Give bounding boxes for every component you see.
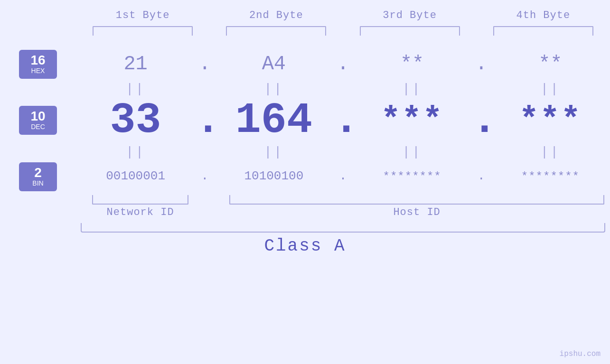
dec-badge: 10 DEC (19, 106, 57, 135)
equals-4: || (491, 82, 610, 96)
hex-base-num: 16 (21, 54, 55, 67)
host-id-label: Host ID (224, 206, 610, 218)
dec-val-2: 164 (235, 96, 312, 145)
host-bracket-cell (224, 195, 610, 205)
hex-row: 16 HEX 21 . A4 . ** . ** (0, 50, 610, 79)
bracket-cell-3 (343, 26, 477, 36)
bin-val-4-cell: ******** (491, 169, 610, 184)
network-id-label: Network ID (76, 206, 205, 218)
bin-row: 2 BIN 00100001 . 10100100 . ******** . *… (0, 162, 610, 191)
bracket-top-1 (93, 26, 193, 36)
id-dot-spacer (205, 206, 224, 218)
hex-val-1: 21 (123, 53, 147, 75)
watermark: ipshu.com (560, 350, 601, 358)
network-bracket (92, 195, 188, 205)
hex-badge-area: 16 HEX (0, 50, 76, 79)
hex-val-3-cell: ** (353, 52, 472, 76)
byte1-header: 1st Byte (76, 9, 209, 21)
id-labels-row: Network ID Host ID (0, 206, 610, 218)
main-container: 1st Byte 2nd Byte 3rd Byte 4th Byte 16 H… (0, 0, 610, 364)
bin-val-3-cell: ******** (353, 169, 472, 184)
bottom-brackets-row (0, 195, 610, 205)
dec-val-4-cell: *** (491, 104, 610, 137)
bin-val-4: ******** (521, 170, 580, 183)
hex-val-2: A4 (262, 53, 286, 75)
hex-val-1-cell: 21 (76, 52, 195, 76)
hex-dot-2: . (334, 52, 353, 76)
equals-2: || (214, 82, 333, 96)
equals-1: || (76, 82, 195, 96)
hex-val-2-cell: A4 (214, 52, 333, 76)
bin-val-3: ******** (383, 170, 441, 183)
big-bracket (81, 223, 605, 233)
byte4-header: 4th Byte (477, 9, 610, 21)
bin-badge: 2 BIN (19, 162, 57, 191)
byte-headers: 1st Byte 2nd Byte 3rd Byte 4th Byte (0, 9, 610, 21)
host-bracket (229, 195, 604, 205)
bin-val-2: 10100100 (244, 169, 303, 183)
dec-base-num: 10 (21, 110, 55, 123)
dec-dot-2: . (334, 99, 353, 142)
hex-badge: 16 HEX (19, 50, 57, 79)
network-bracket-cell (76, 195, 205, 205)
equals-3: || (353, 82, 472, 96)
bin-dot-3: . (472, 168, 491, 185)
hex-base-label: HEX (21, 67, 55, 75)
equals2-1: || (76, 145, 195, 159)
bracket-top-3 (360, 26, 460, 36)
bin-val-1-cell: 00100001 (76, 168, 195, 185)
dec-val-1: 33 (110, 96, 161, 145)
bracket-top-2 (226, 26, 326, 36)
bin-base-label: BIN (21, 179, 55, 187)
big-bracket-row (0, 223, 610, 233)
bracket-cell-1 (76, 26, 209, 36)
top-brackets (0, 26, 610, 36)
bracket-dot-spacer-1 (205, 195, 224, 205)
dec-val-1-cell: 33 (76, 99, 195, 142)
bin-dot-1: . (195, 168, 214, 185)
bin-base-num: 2 (21, 166, 55, 179)
bin-dot-2: . (334, 168, 353, 185)
bracket-cell-4 (477, 26, 610, 36)
bracket-top-4 (493, 26, 593, 36)
dec-val-3: *** (381, 102, 443, 139)
byte3-header: 3rd Byte (343, 9, 477, 21)
dec-row: 10 DEC 33 . 164 . *** . *** (0, 99, 610, 142)
bracket-cell-2 (209, 26, 343, 36)
dec-dot-3: . (472, 99, 491, 142)
hex-val-3: ** (400, 53, 424, 75)
equals2-4: || (491, 145, 610, 159)
bin-val-2-cell: 10100100 (214, 168, 333, 185)
dec-val-3-cell: *** (353, 104, 472, 137)
dec-dot-1: . (195, 99, 214, 142)
equals-row-1: || || || || (0, 82, 610, 96)
equals2-3: || (353, 145, 472, 159)
hex-val-4: ** (538, 53, 562, 75)
dec-badge-area: 10 DEC (0, 106, 76, 135)
bin-badge-area: 2 BIN (0, 162, 76, 191)
dec-val-4: *** (519, 102, 582, 139)
class-label: Class A (264, 236, 346, 256)
hex-val-4-cell: ** (491, 52, 610, 76)
byte2-header: 2nd Byte (209, 9, 343, 21)
hex-dot-1: . (195, 52, 214, 76)
class-row: Class A (0, 236, 610, 256)
hex-dot-3: . (472, 52, 491, 76)
dec-val-2-cell: 164 (214, 99, 333, 142)
dec-base-label: DEC (21, 123, 55, 131)
equals2-2: || (214, 145, 333, 159)
equals-row-2: || || || || (0, 145, 610, 159)
bin-val-1: 00100001 (106, 169, 165, 183)
